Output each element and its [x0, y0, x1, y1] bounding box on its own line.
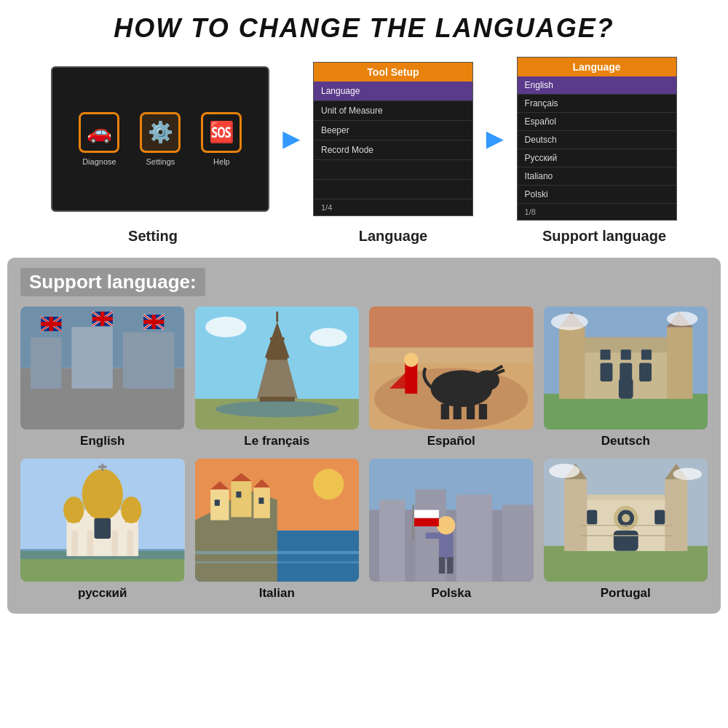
- svg-rect-87: [125, 510, 138, 523]
- svg-rect-122: [447, 557, 453, 574]
- svg-rect-106: [195, 551, 360, 554]
- svg-rect-54: [467, 404, 475, 419]
- lang-img-german: [544, 306, 708, 430]
- svg-rect-98: [231, 481, 251, 517]
- diagnose-icon-box: 🚗: [79, 112, 119, 153]
- bottom-section: Support language:: [7, 258, 721, 614]
- svg-rect-69: [639, 363, 652, 381]
- lang-row-english: English: [518, 76, 676, 95]
- svg-rect-105: [258, 498, 264, 504]
- lang-name-english: English: [80, 434, 124, 448]
- svg-point-43: [215, 401, 339, 418]
- lang-card-portuguese: Portugal: [544, 459, 708, 601]
- top-section: HOW TO CHANGE THE LANGUAGE? 🚗 Diagnose ⚙…: [0, 0, 728, 252]
- lang-name-polish: Polska: [431, 586, 471, 601]
- svg-rect-111: [379, 500, 405, 582]
- svg-rect-103: [214, 500, 219, 506]
- svg-rect-91: [127, 531, 133, 556]
- diagnose-item: 🚗 Diagnose: [79, 112, 119, 166]
- lang-name-french: Le français: [244, 434, 309, 448]
- lang-row-francais: Français: [518, 95, 676, 113]
- lang-img-portuguese: [544, 459, 708, 582]
- svg-rect-81: [95, 494, 110, 515]
- svg-rect-3: [31, 337, 61, 388]
- svg-rect-117: [426, 533, 439, 539]
- svg-rect-14: [41, 322, 61, 326]
- svg-rect-97: [210, 489, 229, 520]
- lang-img-italian: [195, 459, 360, 582]
- svg-point-42: [309, 328, 347, 347]
- svg-rect-39: [269, 337, 284, 340]
- step-label-language: Language: [313, 228, 473, 245]
- svg-rect-38: [266, 356, 287, 360]
- svg-rect-52: [441, 404, 449, 419]
- svg-rect-90: [111, 531, 117, 556]
- lang-img-russian: [20, 459, 185, 582]
- tool-setup-footer: 1/4: [314, 199, 472, 215]
- settings-icon-box: ⚙️: [140, 112, 181, 153]
- lang-card-german: Deutsch: [544, 306, 708, 448]
- tool-setup-panel: Tool Setup Language Unit of Measure Beep…: [313, 62, 473, 216]
- svg-point-116: [437, 516, 455, 534]
- steps-labels-row: Setting Language Support language: [15, 228, 713, 245]
- svg-point-140: [673, 468, 701, 480]
- help-icon-box: 🆘: [201, 112, 242, 153]
- lang-name-italian: Italian: [259, 586, 295, 601]
- device-icons-row: 🚗 Diagnose ⚙️ Settings 🆘 Help: [79, 112, 242, 166]
- lang-img-spanish: [369, 306, 534, 430]
- language-panel-header: Language: [518, 58, 676, 76]
- svg-rect-92: [94, 518, 111, 539]
- tool-setup-row-empty2: [314, 180, 472, 199]
- language-grid: English: [20, 306, 708, 601]
- svg-rect-71: [620, 349, 630, 360]
- lang-row-espanol: Español: [518, 113, 676, 131]
- svg-rect-32: [143, 320, 164, 324]
- lang-card-italian: Italian: [195, 459, 360, 601]
- step-label-support: Support language: [524, 228, 684, 245]
- lang-row-deutsch: Deutsch: [518, 131, 676, 149]
- svg-rect-53: [454, 404, 462, 419]
- arrow-right-2: ►: [480, 122, 510, 155]
- lang-row-polski: Polski: [518, 186, 676, 204]
- tool-setup-row-language: Language: [314, 82, 472, 101]
- svg-rect-136: [654, 510, 665, 525]
- svg-rect-63: [559, 327, 585, 399]
- language-panel-footer: 1/8: [518, 204, 676, 220]
- main-title: HOW TO CHANGE THE LANGUAGE?: [15, 13, 713, 44]
- svg-point-139: [549, 464, 579, 478]
- settings-item: ⚙️ Settings: [140, 112, 181, 166]
- svg-point-74: [550, 314, 587, 331]
- svg-rect-88: [71, 531, 77, 556]
- diagnose-label: Diagnose: [82, 157, 116, 166]
- svg-rect-64: [667, 327, 692, 399]
- svg-point-57: [404, 352, 419, 367]
- svg-rect-134: [613, 531, 638, 551]
- tool-setup-row-unit: Unit of Measure: [314, 101, 472, 121]
- svg-rect-114: [502, 505, 533, 582]
- lang-name-german: Deutsch: [601, 434, 650, 448]
- lang-card-russian: русский: [20, 459, 185, 601]
- svg-rect-67: [600, 363, 612, 381]
- lang-img-polish: [369, 459, 534, 582]
- svg-rect-118: [414, 510, 439, 518]
- svg-rect-85: [68, 510, 80, 523]
- svg-point-108: [313, 469, 344, 499]
- tool-setup-header: Tool Setup: [314, 63, 472, 82]
- svg-rect-60: [544, 394, 708, 430]
- support-title: Support language:: [20, 268, 205, 296]
- lang-name-spanish: Español: [427, 434, 475, 448]
- svg-rect-70: [600, 349, 610, 360]
- svg-rect-121: [439, 557, 445, 574]
- svg-rect-135: [587, 510, 597, 525]
- svg-rect-115: [439, 531, 454, 559]
- lang-card-polish: Polska: [369, 459, 534, 601]
- svg-rect-104: [236, 491, 241, 497]
- lang-name-portuguese: Portugal: [601, 586, 651, 601]
- svg-rect-4: [71, 327, 112, 389]
- settings-label: Settings: [146, 157, 175, 166]
- svg-point-75: [667, 312, 697, 326]
- step-label-setting: Setting: [44, 228, 262, 245]
- device-screen: 🚗 Diagnose ⚙️ Settings 🆘 Help: [51, 66, 269, 212]
- steps-row: 🚗 Diagnose ⚙️ Settings 🆘 Help ► Tool Set…: [15, 57, 713, 221]
- tool-setup-row-empty1: [314, 160, 472, 180]
